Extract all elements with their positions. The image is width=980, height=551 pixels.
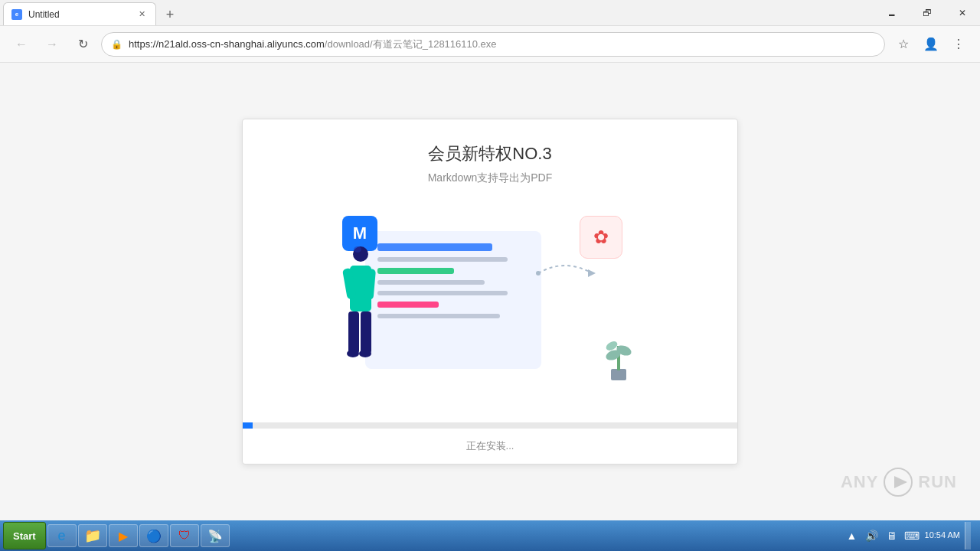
profile-button[interactable]: 👤: [919, 32, 943, 57]
lock-icon: 🔒: [111, 39, 122, 50]
installer-subtitle: Markdown支持导出为PDF: [428, 171, 553, 185]
watermark-text-run: RUN: [918, 472, 957, 492]
explorer-icon: 📁: [85, 528, 100, 543]
pdf-icon: ✿: [580, 216, 622, 259]
address-bar[interactable]: 🔒 https://n21ald.oss-cn-shanghai.aliyunc…: [101, 32, 885, 57]
person-figure: [336, 231, 382, 384]
bookmark-button[interactable]: ☆: [891, 32, 916, 57]
doc-line-gray-2: [377, 280, 485, 285]
installer-content: 会员新特权NO.3 Markdown支持导出为PDF M: [243, 119, 737, 422]
doc-line-gray-4: [377, 314, 500, 318]
watermark-text: ANY: [841, 472, 878, 492]
status-text: 正在安装...: [466, 439, 514, 453]
show-desktop-button[interactable]: [965, 522, 971, 549]
tray-volume-icon[interactable]: 🔊: [864, 527, 880, 544]
svg-marker-10: [588, 269, 596, 277]
svg-point-9: [536, 271, 541, 276]
taskbar-explorer[interactable]: 📁: [78, 524, 107, 547]
nav-bar: ← → ↻ 🔒 https://n21ald.oss-cn-shanghai.a…: [0, 26, 980, 63]
svg-rect-6: [361, 311, 371, 354]
refresh-button[interactable]: ↻: [70, 32, 95, 57]
tab-favicon: e: [11, 9, 22, 20]
security-icon: 🛡: [177, 528, 192, 543]
clock-time: 10:54 AM: [925, 530, 960, 541]
tray-arrow-icon[interactable]: ▲: [844, 527, 861, 544]
media-icon: ▶: [116, 528, 131, 543]
doc-line-pink: [377, 302, 439, 308]
svg-point-7: [347, 350, 359, 357]
installer-status: 正在安装...: [243, 429, 737, 464]
url-main: https://n21ald.oss-cn-shanghai.aliyuncs.…: [129, 38, 325, 50]
svg-point-8: [359, 350, 371, 357]
nav-right-icons: ☆ 👤 ⋮: [891, 32, 971, 57]
progress-bar-fill: [243, 422, 253, 429]
start-button[interactable]: Start: [3, 522, 46, 549]
menu-button[interactable]: ⋮: [946, 32, 971, 57]
title-bar: e Untitled ✕ + 🗕 🗗 ✕: [0, 0, 980, 26]
tray-icons: ▲ 🔊 🖥 ⌨: [844, 527, 920, 544]
pdf-symbol: ✿: [593, 227, 609, 248]
taskbar: Start e 📁 ▶ 🔵 🛡 📡 ▲ 🔊 🖥 ⌨ 10:54 AM: [0, 520, 980, 551]
svg-rect-11: [611, 369, 626, 380]
tab-title: Untitled: [28, 9, 129, 20]
installer-dialog: 会员新特权NO.3 Markdown支持导出为PDF M: [242, 119, 738, 465]
svg-rect-5: [348, 311, 359, 354]
taskbar-chrome[interactable]: 🔵: [139, 524, 168, 547]
minimize-button[interactable]: 🗕: [874, 0, 910, 26]
tab-close-button[interactable]: ✕: [136, 8, 148, 21]
page-content: 会员新特权NO.3 Markdown支持导出为PDF M: [0, 63, 980, 520]
chrome-icon: 🔵: [146, 528, 162, 543]
new-tab-button[interactable]: +: [159, 4, 181, 25]
window-controls: 🗕 🗗 ✕: [874, 0, 980, 26]
tray-monitor-icon[interactable]: 🖥: [884, 527, 900, 544]
anyrun-play-icon: [883, 467, 913, 497]
tab-area: e Untitled ✕ +: [0, 0, 181, 25]
back-button[interactable]: ←: [9, 32, 34, 57]
document-card: [365, 231, 541, 369]
svg-marker-17: [894, 476, 907, 488]
close-button[interactable]: ✕: [945, 0, 980, 26]
taskbar-media[interactable]: ▶: [109, 524, 138, 547]
installer-title: 会员新特权NO.3: [428, 142, 551, 165]
url-path: /download/有道云笔记_128116110.exe: [325, 38, 497, 50]
svg-point-1: [354, 246, 361, 253]
address-text: https://n21ald.oss-cn-shanghai.aliyuncs.…: [129, 37, 875, 51]
installer-illustration: M: [273, 208, 707, 392]
taskbar-security[interactable]: 🛡: [170, 524, 199, 547]
browser-tab[interactable]: e Untitled ✕: [3, 2, 156, 25]
taskbar-right: ▲ 🔊 🖥 ⌨ 10:54 AM: [844, 522, 977, 549]
tray-keyboard-icon[interactable]: ⌨: [903, 527, 920, 544]
doc-line-blue: [377, 243, 492, 251]
doc-line-gray-3: [377, 291, 508, 295]
forward-button[interactable]: →: [40, 32, 64, 57]
progress-bar-area: [243, 422, 737, 429]
doc-line-green: [377, 268, 454, 274]
doc-line-gray-1: [377, 257, 508, 262]
plant-icon: [599, 331, 638, 384]
watermark: ANY RUN: [841, 467, 957, 497]
taskbar-app[interactable]: 📡: [201, 524, 230, 547]
taskbar-ie[interactable]: e: [47, 524, 77, 547]
ie-icon: e: [54, 528, 70, 543]
maximize-button[interactable]: 🗗: [910, 0, 945, 26]
system-clock: 10:54 AM: [925, 530, 960, 541]
app-icon: 📡: [207, 528, 223, 543]
